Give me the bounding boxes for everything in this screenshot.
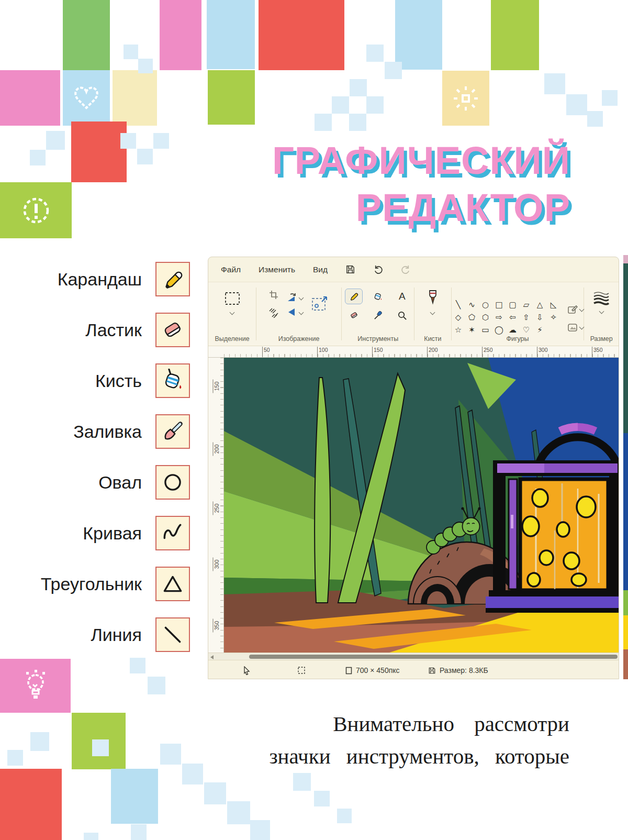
legend-item-line: Линия xyxy=(44,617,190,652)
pixel-decoration xyxy=(332,96,349,114)
brush-tool[interactable] xyxy=(428,290,438,307)
sun-icon xyxy=(451,83,481,114)
shape-item[interactable]: ☁ xyxy=(506,324,519,336)
selection-size-icon xyxy=(297,660,306,679)
pixel-decoration xyxy=(137,149,153,164)
fill-tool[interactable] xyxy=(369,289,387,304)
shape-item[interactable]: ○ xyxy=(478,299,492,311)
canvas-dimensions: 700 × 450пкс xyxy=(345,660,400,679)
caterpillar-lantern-artwork xyxy=(224,358,619,653)
pencil-tool[interactable] xyxy=(345,289,363,304)
shape-item[interactable]: ⬡ xyxy=(478,311,492,324)
menu-file[interactable]: Файл xyxy=(221,265,241,274)
pixel-decoration xyxy=(566,94,587,115)
undo-icon[interactable] xyxy=(373,264,383,274)
selection-tool[interactable] xyxy=(223,291,241,306)
shape-fill-button[interactable] xyxy=(567,323,584,332)
horizontal-scrollbar[interactable] xyxy=(208,653,619,660)
resize-image-icon[interactable] xyxy=(310,294,329,315)
drawing-canvas[interactable] xyxy=(224,358,619,653)
pixel-decoration xyxy=(148,677,165,694)
body-text-line1: Внимательно рассмотри xyxy=(269,708,569,740)
menu-edit[interactable]: Изменить xyxy=(259,265,295,274)
pixel-decoration xyxy=(250,820,270,840)
shape-item[interactable]: ☆ xyxy=(451,324,465,336)
chevron-down-icon[interactable] xyxy=(430,310,435,315)
shape-item[interactable]: □ xyxy=(492,299,506,311)
eyedropper-tool[interactable] xyxy=(369,307,387,323)
flip-icon[interactable] xyxy=(286,307,303,317)
pixel-decoration xyxy=(366,45,384,62)
shape-item[interactable]: ⇨ xyxy=(492,311,506,324)
page-edge-sliver xyxy=(623,255,628,679)
shape-outline-button[interactable] xyxy=(567,305,584,314)
lightbulb-icon xyxy=(21,670,50,702)
shape-item[interactable]: ◺ xyxy=(546,299,560,311)
crop-icon[interactable] xyxy=(268,290,279,302)
shape-item[interactable]: ▱ xyxy=(519,299,533,311)
shape-item[interactable]: ∿ xyxy=(465,299,478,311)
status-bar: 700 × 450пкс Размер: 8.3КБ xyxy=(208,660,619,679)
pixel-block xyxy=(113,70,157,126)
shapes-grid: ╲∿○□▢▱△◺ ◇⬠⬡⇨⇦⇧⇩✧ ☆✶▭◯☁♡⚡ xyxy=(451,299,560,336)
eraser-icon xyxy=(155,313,190,347)
paint-window: Файл Изменить Вид Выделение xyxy=(208,257,619,679)
shape-item[interactable]: ◇ xyxy=(451,311,465,324)
pixel-block xyxy=(71,121,127,182)
file-size-value: Размер: 8.3КБ xyxy=(440,666,488,675)
legend-item-triangle: Треугольник xyxy=(44,567,190,601)
menu-view[interactable]: Вид xyxy=(313,265,328,274)
pixel-block xyxy=(491,0,539,70)
page-title-line1: ГРАФИЧЕСКИЙ xyxy=(272,137,570,184)
shape-item[interactable]: ♡ xyxy=(519,324,533,336)
scrollbar-thumb[interactable] xyxy=(249,655,618,659)
rotate-icon[interactable] xyxy=(286,292,303,303)
eraser-tool[interactable] xyxy=(345,307,363,323)
shape-item[interactable]: ⇧ xyxy=(519,311,533,324)
scroll-left-icon[interactable] xyxy=(210,655,214,659)
shape-item[interactable]: ╲ xyxy=(451,299,465,311)
chevron-down-icon[interactable] xyxy=(299,310,304,315)
chevron-down-icon[interactable] xyxy=(230,310,235,315)
shape-item[interactable]: ◯ xyxy=(492,324,506,336)
shape-item[interactable]: ⬠ xyxy=(465,311,478,324)
pixel-decoration xyxy=(46,131,65,150)
redo-icon[interactable] xyxy=(401,264,411,274)
stroke-size-icon[interactable] xyxy=(592,291,610,307)
tool-label: Заливка xyxy=(73,422,142,442)
shape-item[interactable]: ⇦ xyxy=(506,311,519,324)
tool-legend: Карандаш Ластик Кисть xyxy=(44,262,190,668)
pixel-decoration xyxy=(30,732,49,751)
text-tool[interactable]: A xyxy=(393,289,411,304)
pixel-block xyxy=(207,0,255,69)
pixel-decoration xyxy=(366,96,384,114)
legend-item-oval: Овал xyxy=(44,465,190,500)
legend-item-brush-label: Кисть xyxy=(44,363,190,398)
paint-can-icon xyxy=(155,363,190,398)
group-label: Выделение xyxy=(208,335,256,342)
shape-item[interactable]: ✧ xyxy=(546,311,560,324)
shape-item[interactable]: ⇩ xyxy=(533,311,546,324)
pixel-decoration xyxy=(131,824,147,840)
save-icon[interactable] xyxy=(345,264,355,274)
chevron-down-icon[interactable] xyxy=(299,295,304,300)
vertical-ruler: 150 200 250 300 350 xyxy=(208,358,224,653)
pixel-decoration xyxy=(314,791,330,806)
shape-item[interactable]: ✶ xyxy=(465,324,478,336)
legend-item-eraser: Ластик xyxy=(44,313,190,347)
resize-icon[interactable] xyxy=(268,307,279,320)
chevron-down-icon[interactable] xyxy=(599,309,604,314)
pencil-icon xyxy=(155,262,190,296)
shape-item[interactable]: ⚡ xyxy=(533,324,546,336)
pixel-block-alert xyxy=(0,182,72,238)
ruler-label: 250 xyxy=(213,502,220,515)
pixel-block-sun xyxy=(442,71,489,126)
magnifier-tool[interactable] xyxy=(393,307,411,323)
shape-item[interactable]: △ xyxy=(533,299,546,311)
ruler-label: 50 xyxy=(262,347,270,357)
shape-item[interactable]: ▭ xyxy=(478,324,492,336)
pixel-decoration xyxy=(349,114,366,131)
group-tools: A Инструменты xyxy=(342,282,414,346)
shape-item[interactable]: ▢ xyxy=(506,299,519,311)
group-label: Инструменты xyxy=(342,335,414,342)
